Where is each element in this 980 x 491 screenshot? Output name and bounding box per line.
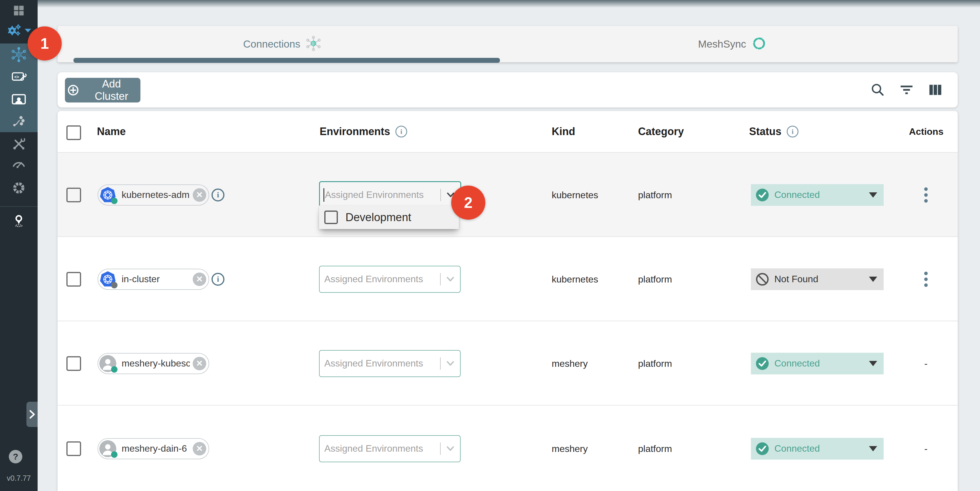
environment-option[interactable]: Development (319, 205, 459, 229)
connected-check-icon (756, 188, 769, 202)
select-chevron-icon[interactable] (441, 445, 460, 452)
sidebar-item-dashboard[interactable] (0, 0, 38, 22)
sidebar: <> (0, 0, 38, 491)
environments-placeholder: Assigned Environments (325, 189, 423, 200)
header-kind: Kind (552, 126, 575, 138)
add-cluster-button[interactable]: Add Cluster (65, 78, 140, 102)
kind-value: kubernetes (552, 274, 598, 284)
chip-delete-icon[interactable]: ✕ (193, 442, 206, 456)
header-actions: Actions (909, 126, 943, 137)
sidebar-expand-button[interactable] (26, 402, 38, 427)
plus-circle-icon (67, 84, 80, 97)
chip-delete-icon[interactable]: ✕ (193, 188, 206, 202)
sidebar-item-pin[interactable] (0, 210, 38, 233)
kind-value: meshery (552, 443, 588, 454)
kind-value: kubernetes (552, 189, 598, 200)
tab-meshsync-label: MeshSync (698, 38, 746, 50)
svg-text:»: » (760, 36, 762, 40)
environments-select[interactable]: Assigned Environments (319, 350, 461, 377)
speedometer-icon (11, 157, 27, 173)
status-caret-icon (869, 192, 877, 198)
header-name: Name (97, 126, 126, 138)
filter-icon[interactable] (899, 82, 914, 97)
tabs-bar: Connections MeshSync (57, 26, 958, 62)
help-label: ? (13, 452, 18, 462)
text-cursor (323, 188, 324, 202)
sidebar-item-extensions[interactable] (0, 177, 38, 200)
connection-info-icon[interactable]: i (212, 189, 224, 202)
sidebar-item-performance[interactable] (0, 154, 38, 176)
row-checkbox[interactable] (67, 188, 81, 202)
status-info-icon[interactable]: i (787, 126, 799, 137)
branch-icon (11, 114, 27, 131)
status-badge[interactable]: Connected (751, 353, 884, 374)
kubernetes-logo-icon (99, 271, 116, 288)
sidebar-item-designs[interactable] (0, 89, 38, 111)
connection-name: kubernetes-admin… (122, 189, 190, 200)
connected-check-icon (756, 357, 769, 370)
chip-delete-icon[interactable]: ✕ (193, 273, 206, 286)
row-actions-none: - (920, 443, 932, 454)
table-header: Name Environments i Kind Category Status… (57, 111, 958, 152)
environments-info-icon[interactable]: i (395, 126, 407, 137)
environment-option-checkbox[interactable] (324, 211, 338, 224)
category-value: platform (638, 274, 672, 284)
category-value: platform (638, 358, 672, 369)
connection-chip[interactable]: meshery-kubescop… ✕ (97, 353, 209, 374)
status-badge[interactable]: Connected (751, 184, 884, 206)
row-actions-kebab[interactable] (921, 188, 931, 203)
toolbar: Add Cluster (57, 72, 958, 108)
active-tab-indicator (73, 58, 500, 63)
annotation-step-2: 2 (451, 186, 485, 220)
status-badge[interactable]: Not Found (751, 269, 884, 290)
row-checkbox[interactable] (67, 356, 81, 371)
add-cluster-label: Add Cluster (84, 78, 138, 102)
dashboard-icon (12, 4, 25, 18)
header-status: Status (749, 126, 781, 138)
status-dot (111, 282, 118, 288)
adapter-code-icon: <> (11, 69, 27, 86)
chip-delete-icon[interactable]: ✕ (193, 357, 206, 370)
select-all-checkbox[interactable] (67, 126, 81, 140)
connection-info-icon[interactable]: i (212, 273, 224, 286)
svg-text:<>: <> (14, 75, 19, 79)
environments-select[interactable]: Assigned Environments (319, 181, 461, 209)
connections-mesh-icon (10, 46, 27, 64)
annotation-step-1-number: 1 (41, 35, 49, 52)
status-value: Connected (774, 358, 820, 369)
category-value: platform (638, 443, 672, 454)
screen-user-icon (11, 91, 27, 109)
category-value: platform (638, 189, 672, 200)
tab-meshsync[interactable]: MeshSync » (508, 26, 958, 62)
connection-chip[interactable]: in-cluster ✕ (97, 269, 209, 290)
view-columns-icon[interactable] (928, 82, 943, 97)
sidebar-item-adapters[interactable]: <> (0, 67, 38, 89)
row-checkbox[interactable] (67, 272, 81, 287)
connection-chip[interactable]: kubernetes-admin… ✕ (97, 184, 209, 205)
mesh-donut-icon (11, 180, 27, 197)
status-value: Not Found (774, 274, 818, 284)
kind-value: meshery (552, 358, 588, 369)
row-actions-kebab[interactable] (921, 272, 931, 287)
environments-placeholder: Assigned Environments (324, 358, 423, 369)
tab-connections[interactable]: Connections (57, 26, 508, 62)
environments-select[interactable]: Assigned Environments (319, 435, 461, 462)
sidebar-item-configuration[interactable] (0, 133, 38, 156)
version-label: v0.7.77 (0, 474, 38, 483)
connection-chip[interactable]: meshery-dain-6 ✕ (97, 438, 209, 459)
not-found-icon (756, 273, 769, 286)
row-checkbox[interactable] (67, 442, 81, 456)
sidebar-item-flows[interactable] (0, 111, 38, 133)
select-chevron-icon[interactable] (441, 276, 460, 283)
pin-icon (11, 213, 27, 230)
search-icon[interactable] (870, 82, 885, 97)
help-button[interactable]: ? (9, 450, 22, 463)
annotation-step-2-number: 2 (464, 194, 473, 211)
environments-select[interactable]: Assigned Environments (319, 266, 461, 293)
status-badge[interactable]: Connected (751, 438, 884, 459)
connections-table: Name Environments i Kind Category Status… (57, 111, 958, 491)
connection-name: meshery-kubescop… (122, 358, 190, 369)
select-chevron-icon[interactable] (441, 360, 460, 367)
person-avatar-icon (99, 440, 116, 457)
connection-name: meshery-dain-6 (122, 443, 187, 454)
